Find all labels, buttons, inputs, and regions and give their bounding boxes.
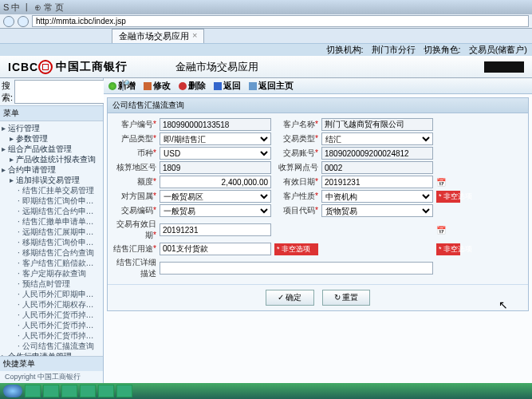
browser-address-bar: http://mmta.icbc/index.jsp bbox=[0, 14, 532, 29]
signature-icon bbox=[484, 61, 524, 73]
form-grid: 客户编号 客户名称 产品类型 即/期结售汇 交易类型 结汇 币种 USD 交易账… bbox=[108, 113, 528, 284]
task-icon[interactable] bbox=[43, 385, 59, 397]
start-button[interactable] bbox=[3, 385, 22, 397]
fld-tx-eff[interactable] bbox=[160, 223, 271, 236]
edit-button[interactable]: 修改 bbox=[144, 80, 171, 92]
role-value[interactable]: 交易员(储蓄户) bbox=[469, 44, 527, 56]
lbl-item-code: 项目代码 bbox=[274, 205, 318, 216]
app-title: 金融市场交易应用 bbox=[175, 60, 258, 74]
tree-item[interactable]: 人民币外汇货币掉期清算 bbox=[0, 310, 103, 320]
tree-item[interactable]: 结售汇挂单交易管理 bbox=[0, 185, 103, 196]
fld-sale-desc[interactable] bbox=[160, 262, 433, 275]
url-field[interactable]: http://mmta.icbc/index.jsp bbox=[32, 15, 529, 27]
search-label: 搜索: bbox=[2, 80, 13, 104]
tree-item[interactable]: 追加排误交易管理 bbox=[0, 175, 103, 185]
tree-item[interactable]: 预结点时管理 bbox=[0, 279, 103, 289]
tree-item[interactable]: 移期结售汇合约查询 bbox=[0, 247, 103, 258]
reset-button[interactable]: ↻ 重置 bbox=[322, 290, 371, 306]
fld-cp-attr[interactable]: 一般贸易区 bbox=[160, 190, 271, 203]
task-icon[interactable] bbox=[25, 385, 41, 397]
calendar-icon[interactable]: 📅 bbox=[436, 178, 460, 187]
edit-icon bbox=[144, 82, 152, 90]
role-label: 切换角色: bbox=[424, 44, 461, 56]
delete-button[interactable]: 删除 bbox=[179, 80, 206, 92]
tree-item[interactable]: 产品收益统计报表查询 bbox=[0, 154, 103, 164]
fld-prod-type[interactable]: 即/期结售汇 bbox=[160, 132, 271, 145]
fld-rcv-net[interactable] bbox=[321, 161, 433, 174]
sidebar: 搜索: 菜单 运行管理参数管理组合产品收益管理产品收益统计报表查询合约申请管理追… bbox=[0, 78, 104, 383]
org-value[interactable]: 荆门市分行 bbox=[372, 44, 416, 56]
calendar-icon[interactable]: 📅 bbox=[436, 226, 460, 235]
task-icon[interactable] bbox=[98, 385, 114, 397]
nav-fwd-icon[interactable] bbox=[18, 16, 29, 27]
delete-icon bbox=[179, 82, 187, 90]
fld-sale-use[interactable] bbox=[160, 243, 271, 255]
close-icon[interactable]: × bbox=[192, 30, 197, 42]
taskbar bbox=[0, 383, 532, 399]
tree-item[interactable]: 参数管理 bbox=[0, 133, 103, 144]
home-icon bbox=[249, 82, 257, 90]
tree-item[interactable]: 人民币外汇货币掉期存续 bbox=[0, 330, 103, 341]
tree-item[interactable]: 运行管理 bbox=[0, 123, 103, 133]
fld-item-code[interactable]: 货物贸易 bbox=[321, 204, 433, 217]
tree-item[interactable]: 合约申请管理 bbox=[0, 164, 103, 175]
fld-tx-type[interactable]: 结汇 bbox=[321, 132, 433, 145]
err-cust-attr: * 非空选项 bbox=[436, 191, 460, 203]
fld-ccy[interactable]: USD bbox=[160, 147, 271, 160]
tree-item[interactable]: 客户结售汇赔偿款管理 bbox=[0, 258, 103, 268]
tree-item[interactable]: 远期结售汇合约申请单管 bbox=[0, 206, 103, 216]
lbl-acct-area: 核算地区号 bbox=[112, 162, 156, 173]
lbl-ccy: 币种 bbox=[112, 148, 156, 159]
tree-item[interactable]: 公司结售汇描流查询 bbox=[0, 341, 103, 351]
tree-item[interactable]: 移期结售汇询价申请单管 bbox=[0, 237, 103, 247]
tab-label: 金融市场交易应用 bbox=[119, 30, 189, 42]
icbc-logo-icon bbox=[38, 60, 53, 74]
nav-tree: 运行管理参数管理组合产品收益管理产品收益统计报表查询合约申请管理追加排误交易管理… bbox=[0, 121, 103, 356]
os-titlebar: S 中 丨 ⊕ 常 页 bbox=[0, 0, 532, 14]
task-icon[interactable] bbox=[116, 385, 132, 397]
back-button[interactable]: 返回 bbox=[214, 80, 241, 92]
ok-button[interactable]: ✓ 确定 bbox=[266, 290, 314, 306]
tab-app[interactable]: 金融市场交易应用 × bbox=[112, 29, 204, 43]
org-label: 切换机构: bbox=[326, 44, 364, 56]
tree-item[interactable]: 人民币外汇货币掉期支付 bbox=[0, 320, 103, 330]
app-header: ICBC 中国工商银行 金融市场交易应用 bbox=[0, 56, 532, 78]
context-bar: 切换机构: 荆门市分行 切换角色: 交易员(储蓄户) bbox=[0, 43, 532, 56]
content-area: 新增 修改 删除 返回 返回主页 公司结售汇描流查询 客户编号 客户名称 产品类… bbox=[104, 78, 532, 383]
tree-item[interactable]: 客户定期存款查询 bbox=[0, 268, 103, 279]
fld-eff-date[interactable] bbox=[321, 176, 433, 188]
tree-item[interactable]: 即期结售汇询价申请单管 bbox=[0, 196, 103, 206]
tree-item[interactable]: 人民币外汇即期申请管理 bbox=[0, 289, 103, 299]
panel-title: 公司结售汇描流查询 bbox=[108, 98, 528, 113]
fld-cust-attr[interactable]: 中资机构 bbox=[321, 190, 433, 203]
tree-item[interactable]: 组合产品收益管理 bbox=[0, 144, 103, 154]
fld-tx-no[interactable] bbox=[321, 147, 433, 160]
brand-cn: 中国工商银行 bbox=[56, 60, 128, 74]
fld-cust-name[interactable] bbox=[321, 118, 433, 131]
lbl-sale-use: 结售汇用途 bbox=[112, 243, 156, 255]
err-right: * 非空选项 bbox=[436, 243, 460, 255]
tree-item[interactable]: 远期结售汇展期申请单管 bbox=[0, 227, 103, 237]
tree-item[interactable]: 人民币外汇期权存续交易 bbox=[0, 299, 103, 310]
lbl-cust-no: 客户编号 bbox=[112, 119, 156, 130]
search-icon[interactable] bbox=[122, 80, 124, 91]
task-icon[interactable] bbox=[80, 385, 96, 397]
fld-cust-no[interactable] bbox=[160, 118, 271, 131]
lbl-rcv-net: 收算网点号 bbox=[274, 162, 318, 173]
lbl-cust-name: 客户名称 bbox=[274, 119, 318, 130]
lbl-tx-eff: 交易有效日期 bbox=[112, 219, 156, 241]
fld-tx-code[interactable]: 一般贸易 bbox=[160, 204, 271, 217]
lbl-tx-no: 交易账号 bbox=[274, 148, 318, 159]
lbl-amt: 额度 bbox=[112, 176, 156, 188]
fld-acct-area[interactable] bbox=[160, 161, 271, 174]
quick-menu-header[interactable]: 快捷菜单 bbox=[0, 356, 103, 371]
browser-tabs: 金融市场交易应用 × bbox=[0, 29, 532, 43]
tree-item[interactable]: 结售汇撤单申请单管理 bbox=[0, 216, 103, 227]
home-button[interactable]: 返回主页 bbox=[249, 80, 294, 92]
back-icon bbox=[214, 82, 222, 90]
nav-back-icon[interactable] bbox=[3, 16, 14, 27]
task-icon[interactable] bbox=[61, 385, 77, 397]
brand-en: ICBC bbox=[8, 61, 38, 73]
fld-amt[interactable] bbox=[160, 176, 271, 188]
err-sale-use: * 非空选项 bbox=[274, 243, 318, 255]
